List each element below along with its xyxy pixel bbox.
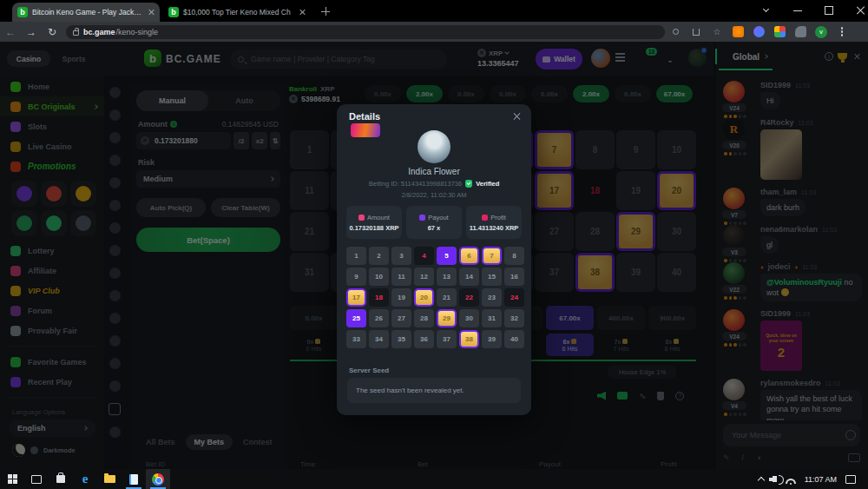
action-center-icon[interactable]	[845, 475, 856, 484]
window-close-icon[interactable]	[856, 6, 865, 15]
store-icon	[56, 475, 65, 483]
bet-stats: Amount0.17320188 XRPPayout67 xProfit11.4…	[346, 206, 522, 239]
browser-tab[interactable]: bBitcoin Keno Game - Play Jacks o	[12, 3, 160, 22]
new-tab-button[interactable]	[321, 7, 330, 16]
stat-label: Amount	[367, 214, 390, 221]
extension-photos-icon[interactable]	[769, 26, 790, 37]
modal-keno-cell-21: 21	[437, 288, 457, 307]
modal-title: Details	[349, 111, 380, 122]
modal-keno-grid: 1234567891011121314151617181920212223242…	[346, 247, 524, 348]
win-pane	[8, 479, 12, 484]
tab-close-icon[interactable]	[148, 9, 155, 16]
extension-firefox-icon[interactable]	[727, 26, 748, 37]
modal-keno-cell-12: 12	[414, 268, 434, 286]
site-favicon-icon: b	[17, 7, 28, 17]
share-icon[interactable]	[686, 29, 707, 36]
win-pane	[8, 474, 12, 479]
lock-icon	[73, 30, 79, 36]
modal-keno-cell-5: 5	[437, 247, 457, 265]
chrome-button[interactable]	[146, 469, 170, 489]
verified-label: Verified	[476, 180, 499, 188]
stat-label-row: Payout	[419, 214, 448, 221]
notepad-button[interactable]	[122, 469, 146, 489]
back-icon[interactable]: ←	[0, 26, 21, 38]
stat-value: 0.17320188 XRP	[349, 224, 398, 232]
url-path: /keno-single	[116, 28, 159, 36]
store-button[interactable]	[49, 469, 73, 489]
modal-keno-cell-30: 30	[459, 309, 479, 327]
modal-keno-cell-22: 22	[459, 288, 479, 307]
volume-icon[interactable]	[773, 476, 777, 482]
modal-keno-cell-13: 13	[437, 268, 457, 286]
bet-timestamp: 2/8/2022, 11:02:30 AM	[337, 191, 531, 199]
browser-profile-avatar[interactable]: v	[811, 26, 832, 38]
wifi-icon[interactable]	[786, 479, 796, 484]
stat-label-row: Amount	[358, 214, 390, 221]
modal-keno-cell-17: 17	[346, 288, 366, 307]
browser-tab[interactable]: b$10,000 Top Tier Keno Mixed Ch	[163, 3, 311, 22]
clock[interactable]: 11:07 AM	[805, 475, 837, 484]
screen: bBitcoin Keno Game - Play Jacks ob$10,00…	[0, 0, 868, 489]
modal-keno-cell-28: 28	[414, 309, 434, 327]
browser-menu-icon[interactable]	[832, 30, 852, 33]
modal-keno-cell-6: 6	[459, 247, 479, 265]
browser-toolbar: ← → ↻ bc.game /keno-single ☆ v	[0, 22, 868, 42]
window-menu-chevron-icon[interactable]	[763, 6, 769, 12]
modal-keno-cell-39: 39	[482, 330, 502, 348]
modal-keno-cell-25: 25	[346, 309, 366, 327]
modal-keno-cell-18: 18	[369, 288, 389, 307]
modal-keno-cell-23: 23	[482, 288, 502, 307]
amount-coins-icon	[358, 215, 365, 221]
reload-icon[interactable]: ↻	[42, 26, 62, 38]
system-tray: 11:07 AM	[759, 475, 868, 484]
modal-keno-cell-4: 4	[414, 247, 434, 265]
edge-icon: e	[82, 472, 89, 486]
site-favicon-icon: b	[168, 7, 179, 17]
server-seed-value: The seed hasn't been revealed yet.	[347, 378, 521, 403]
modal-keno-cell-11: 11	[391, 268, 411, 286]
modal-keno-cell-33: 33	[346, 330, 366, 348]
modal-keno-cell-34: 34	[369, 330, 389, 348]
win-pane	[13, 479, 17, 484]
forward-icon[interactable]: →	[21, 26, 42, 38]
modal-keno-cell-10: 10	[369, 268, 389, 286]
stat-label: Payout	[428, 214, 448, 221]
player-avatar[interactable]	[418, 130, 450, 163]
modal-keno-cell-24: 24	[504, 288, 524, 307]
modal-keno-cell-36: 36	[414, 330, 434, 348]
modal-keno-cell-37: 37	[437, 330, 457, 348]
edge-button[interactable]: e	[73, 469, 97, 489]
stat-label: Profit	[490, 214, 506, 221]
modal-keno-cell-38: 38	[459, 330, 479, 348]
betting-id-row: Betting ID: 51143413998813736 Verified	[337, 180, 531, 188]
extension-purple-icon[interactable]	[748, 26, 769, 37]
address-bar[interactable]: bc.game /keno-single	[66, 25, 665, 39]
bet-details-modal: Details Indica Flower Betting ID: 511434…	[337, 104, 531, 415]
server-seed-label: Server Seed	[349, 367, 389, 374]
player-banner-image	[351, 123, 380, 137]
modal-keno-cell-27: 27	[391, 309, 411, 327]
task-view-button[interactable]	[24, 469, 49, 489]
file-explorer-button[interactable]	[97, 469, 122, 489]
hidden-icons-chevron[interactable]	[757, 477, 764, 484]
bookmark-star-icon[interactable]: ☆	[707, 27, 727, 36]
stat-value: 67 x	[428, 224, 441, 232]
window-maximize-icon[interactable]	[825, 6, 833, 15]
modal-keno-cell-35: 35	[391, 330, 411, 348]
modal-keno-cell-40: 40	[504, 330, 524, 348]
modal-keno-cell-7: 7	[482, 247, 502, 265]
stat-label-row: Profit	[482, 214, 506, 221]
tab-title: $10,000 Top Tier Keno Mixed Ch	[183, 8, 294, 17]
profit-coins-icon	[482, 215, 488, 221]
modal-keno-cell-2: 2	[369, 247, 389, 265]
windows-taskbar: e 11:07 AM	[0, 469, 868, 489]
modal-keno-cell-16: 16	[504, 268, 524, 286]
extensions-puzzle-icon[interactable]	[790, 26, 811, 37]
modal-keno-cell-26: 26	[369, 309, 389, 327]
window-minimize-icon[interactable]	[793, 6, 802, 11]
file-explorer-icon	[104, 475, 115, 483]
search-tabs-icon[interactable]	[665, 29, 686, 35]
start-button[interactable]	[0, 469, 24, 489]
betting-id-value: 51143413998813736	[401, 180, 462, 188]
tab-close-icon[interactable]	[299, 9, 306, 16]
